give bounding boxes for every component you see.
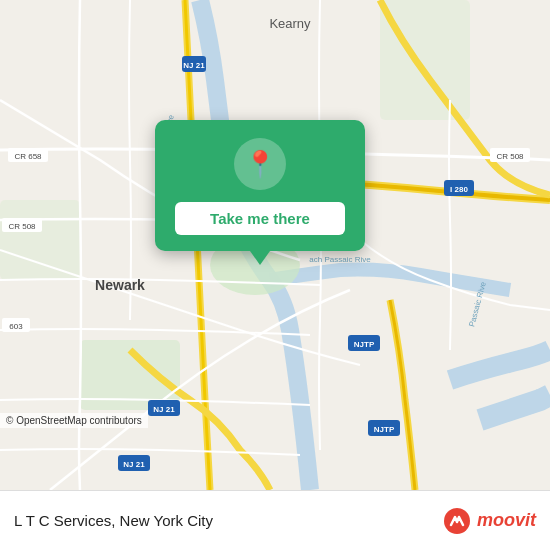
svg-text:Kearny: Kearny — [269, 16, 311, 31]
location-icon-container: 📍 — [234, 138, 286, 190]
svg-text:CR 658: CR 658 — [14, 152, 42, 161]
osm-attribution: © OpenStreetMap contributors — [0, 413, 148, 428]
svg-text:ach Passaic Rive: ach Passaic Rive — [309, 255, 371, 264]
svg-text:NJTP: NJTP — [374, 425, 395, 434]
svg-text:CR 508: CR 508 — [8, 222, 36, 231]
map-container: CR 658 NJ 21 I 280 CR 508 CR 508 NJ 21 N… — [0, 0, 550, 490]
popup-card: 📍 Take me there — [155, 120, 365, 251]
attribution-text: © OpenStreetMap contributors — [6, 415, 142, 426]
svg-text:NJ 21: NJ 21 — [153, 405, 175, 414]
location-pin-icon: 📍 — [244, 151, 276, 177]
bottom-bar: L T C Services, New York City moovit — [0, 490, 550, 550]
svg-text:CR 508: CR 508 — [496, 152, 524, 161]
moovit-icon — [443, 507, 471, 535]
location-title: L T C Services, New York City — [14, 512, 213, 529]
svg-text:I 280: I 280 — [450, 185, 468, 194]
svg-text:NJ 21: NJ 21 — [123, 460, 145, 469]
moovit-brand-text: moovit — [477, 510, 536, 531]
svg-text:Newark: Newark — [95, 277, 145, 293]
svg-text:NJ 21: NJ 21 — [183, 61, 205, 70]
svg-text:603: 603 — [9, 322, 23, 331]
take-me-there-button[interactable]: Take me there — [175, 202, 345, 235]
svg-text:NJTP: NJTP — [354, 340, 375, 349]
moovit-logo: moovit — [443, 507, 536, 535]
svg-rect-3 — [0, 200, 80, 280]
